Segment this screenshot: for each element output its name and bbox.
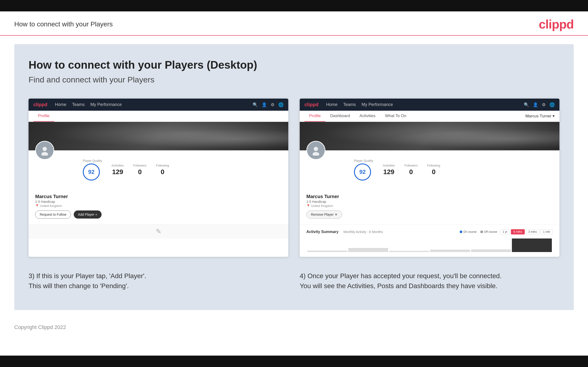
right-followers-value: 0 (404, 168, 418, 176)
right-nav-teams[interactable]: Teams (343, 102, 356, 107)
caption-3-line2: This will then change to 'Pending'. (28, 282, 129, 290)
left-tab-profile[interactable]: Profile (33, 111, 54, 122)
right-legend: On course Off course (460, 230, 497, 234)
left-nav-links: Home Teams My Performance (55, 102, 122, 107)
left-quality-circle: 92 (83, 163, 100, 181)
add-player-button[interactable]: Add Player + (74, 210, 102, 218)
left-followers-label: Followers (133, 164, 147, 167)
right-tab-profile[interactable]: Profile (304, 111, 325, 122)
left-buttons: Request to Follow Add Player + (35, 210, 282, 218)
left-profile: Player Quality 92 Activities 129 Followe… (28, 150, 288, 224)
right-globe-icon[interactable]: 🌐 (549, 102, 555, 107)
left-player-name: Marcus Turner (35, 194, 282, 199)
screenshot-right: clippd Home Teams My Performance 🔍 👤 ⚙ 🌐… (300, 99, 560, 257)
left-banner (28, 122, 288, 150)
clippd-logo: clippd (539, 17, 574, 31)
left-quality-label: Player Quality (83, 159, 102, 162)
page-subtitle: Find and connect with your Players (28, 75, 560, 84)
right-nav-icons: 🔍 👤 ⚙ 🌐 (524, 102, 555, 107)
remove-player-button[interactable]: Remove Player ✕ (306, 210, 342, 218)
caption-3-text: 3) If this is your Player tap, 'Add Play… (28, 271, 288, 291)
right-activity-labels: Activity Summary Monthly Activity · 6 Mo… (306, 230, 383, 234)
chart-bar-2 (348, 248, 388, 252)
right-activity-subtitle: Monthly Activity · 6 Months (344, 230, 383, 234)
chart-bar-4 (430, 250, 470, 252)
right-chart (306, 238, 553, 252)
left-following-group: Following 0 (156, 164, 169, 176)
right-banner (300, 122, 560, 150)
left-followers-value: 0 (133, 168, 147, 176)
site-footer: Copyright Clippd 2022 (0, 318, 588, 336)
site-header: How to connect with your Players clippd (0, 11, 588, 36)
time-btn-1yr[interactable]: 1 yr (500, 229, 510, 234)
legend-on-course: On course (460, 230, 476, 234)
left-activities-group: Activities 129 (112, 164, 124, 176)
right-activity-title: Activity Summary (306, 230, 338, 234)
right-player-location: 📍 United Kingdom (306, 204, 553, 208)
legend-on-dot (460, 231, 462, 233)
right-followers-group: Followers 0 (404, 164, 418, 176)
left-stats-row: Player Quality 92 Activities 129 Followe… (35, 155, 282, 184)
left-followers-group: Followers 0 (133, 164, 147, 176)
top-bar (0, 0, 588, 11)
chart-bar-6 (512, 239, 552, 252)
right-user-icon[interactable]: 👤 (533, 102, 538, 107)
right-time-buttons: 1 yr 6 mths 3 mths 1 mth (500, 229, 553, 234)
edit-icon: ✎ (156, 228, 161, 235)
request-follow-button[interactable]: Request to Follow (35, 210, 71, 218)
svg-point-3 (312, 152, 319, 156)
caption-right: 4) Once your Player has accepted your re… (300, 271, 560, 291)
legend-off-label: Off course (484, 230, 497, 234)
right-buttons: Remove Player ✕ (306, 210, 553, 218)
globe-icon[interactable]: 🌐 (278, 102, 284, 107)
left-nav-teams[interactable]: Teams (72, 102, 85, 107)
left-nav: clippd Home Teams My Performance 🔍 👤 ⚙ 🌐 (28, 99, 288, 111)
right-profile-info: Marcus Turner 1-5 Handicap 📍 United King… (306, 184, 553, 218)
left-nav-home[interactable]: Home (55, 102, 66, 107)
right-quality-label: Player Quality (354, 159, 373, 162)
right-tab-dashboard[interactable]: Dashboard (325, 111, 355, 122)
right-following-label: Following (427, 164, 440, 167)
right-following-value: 0 (427, 168, 440, 176)
left-nav-performance[interactable]: My Performance (90, 102, 122, 107)
left-player-location: 📍 United Kingdom (35, 204, 282, 208)
chart-bar-5 (471, 250, 511, 252)
left-profile-info: Marcus Turner 1-5 Handicap 📍 United King… (35, 184, 282, 218)
right-activities-group: Activities 129 (383, 164, 395, 176)
screenshots-row: clippd Home Teams My Performance 🔍 👤 ⚙ 🌐… (28, 99, 560, 257)
left-edit-area: ✎ (28, 224, 288, 239)
caption-4-text: 4) Once your Player has accepted your re… (300, 271, 560, 291)
captions-row: 3) If this is your Player tap, 'Add Play… (28, 271, 560, 291)
right-following-group: Following 0 (427, 164, 440, 176)
caption-3-line1: 3) If this is your Player tap, 'Add Play… (28, 272, 146, 280)
right-activities-value: 129 (383, 168, 395, 176)
page-title: How to connect with your Players (Deskto… (28, 58, 560, 71)
right-player-dropdown[interactable]: Marcus Turner ▾ (526, 111, 555, 122)
left-activities-label: Activities (112, 164, 124, 167)
right-stats-row: Player Quality 92 Activities 129 Followe… (306, 155, 553, 184)
right-nav-logo: clippd (304, 102, 319, 107)
left-avatar (35, 141, 54, 160)
time-btn-6mths[interactable]: 6 mths (511, 229, 525, 234)
right-settings-icon[interactable]: ⚙ (542, 102, 546, 107)
right-search-icon[interactable]: 🔍 (524, 102, 529, 107)
time-btn-3mths[interactable]: 3 mths (526, 229, 539, 234)
right-tab-what-to-on[interactable]: What To On (380, 111, 411, 122)
chart-bar-3 (389, 251, 429, 252)
settings-icon[interactable]: ⚙ (271, 102, 275, 107)
right-tab-activities[interactable]: Activities (355, 111, 380, 122)
time-btn-1mth[interactable]: 1 mth (540, 229, 553, 234)
left-nav-icons: 🔍 👤 ⚙ 🌐 (253, 102, 284, 107)
svg-point-2 (314, 147, 318, 151)
screenshot-left: clippd Home Teams My Performance 🔍 👤 ⚙ 🌐… (28, 99, 288, 257)
right-nav-performance[interactable]: My Performance (362, 102, 393, 107)
right-nav-links: Home Teams My Performance (326, 102, 393, 107)
caption-left: 3) If this is your Player tap, 'Add Play… (28, 271, 288, 291)
user-icon[interactable]: 👤 (262, 102, 267, 107)
copyright-text: Copyright Clippd 2022 (14, 324, 66, 330)
right-location-pin-icon: 📍 (306, 204, 310, 208)
right-activity-header: Activity Summary Monthly Activity · 6 Mo… (306, 229, 553, 234)
search-icon[interactable]: 🔍 (253, 102, 258, 107)
right-nav-home[interactable]: Home (326, 102, 337, 107)
svg-point-1 (41, 152, 48, 156)
